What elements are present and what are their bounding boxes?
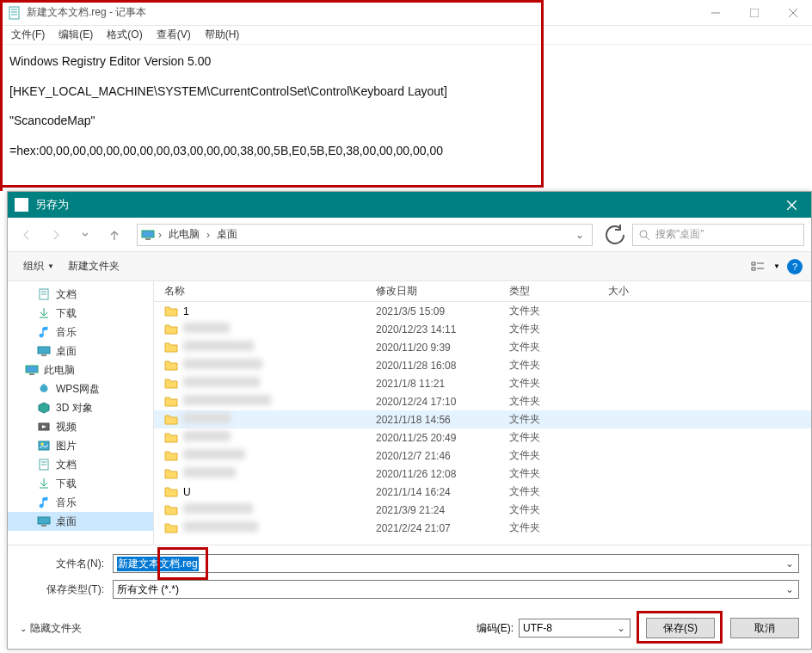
recent-button[interactable] (73, 224, 97, 246)
newfolder-button[interactable]: 新建文件夹 (61, 256, 126, 277)
notepad-content[interactable]: Windows Registry Editor Version 5.00 [HK… (3, 45, 812, 167)
dialog-icon (15, 198, 28, 212)
filetype-select[interactable]: 所有文件 (*.*) ⌄ (113, 580, 799, 599)
save-button[interactable]: 保存(S) (646, 618, 715, 638)
close-button[interactable] (773, 0, 812, 26)
table-row[interactable]: 2020/12/23 14:11文件夹 (154, 320, 811, 338)
file-list: 名称 修改日期 类型 大小 12021/3/5 15:09文件夹2020/12/… (154, 281, 811, 545)
chevron-down-icon: ⌄ (20, 624, 27, 633)
sidebar-item[interactable]: 文档 (8, 455, 153, 474)
menu-edit[interactable]: 编辑(E) (55, 26, 96, 44)
table-row[interactable]: 2021/1/18 14:56文件夹 (154, 410, 811, 428)
row-name (183, 341, 254, 354)
col-type[interactable]: 类型 (509, 284, 608, 299)
dialog-titlebar: 另存为 (8, 192, 811, 218)
row-date: 2021/1/14 16:24 (376, 486, 509, 498)
sidebar-item[interactable]: 图片 (8, 436, 153, 455)
chevron-down-icon[interactable]: ⌄ (614, 622, 628, 634)
encoding-select[interactable]: UTF-8 ⌄ (519, 619, 631, 638)
refresh-button[interactable] (603, 224, 627, 246)
table-row[interactable]: 2021/3/9 21:24文件夹 (154, 501, 811, 519)
content-line: Windows Registry Editor Version 5.00 (9, 50, 805, 73)
col-size[interactable]: 大小 (608, 284, 811, 299)
sidebar-item-label: 音乐 (56, 325, 77, 340)
minimize-button[interactable] (696, 0, 735, 26)
row-name (183, 323, 230, 336)
chevron-down-icon[interactable]: ⌄ (571, 229, 588, 241)
up-button[interactable] (102, 224, 126, 246)
col-date[interactable]: 修改日期 (376, 284, 509, 299)
chevron-down-icon[interactable]: ⌄ (783, 558, 797, 570)
table-row[interactable]: 2020/12/24 17:10文件夹 (154, 392, 811, 410)
svg-rect-15 (752, 262, 755, 265)
svg-line-14 (646, 237, 649, 240)
table-row[interactable]: 2020/11/20 9:39文件夹 (154, 338, 811, 356)
row-name (183, 413, 231, 426)
sidebar-item[interactable]: WPS网盘 (8, 379, 153, 398)
back-button[interactable] (15, 224, 39, 246)
hide-folders-toggle[interactable]: ⌄ 隐藏文件夹 (20, 621, 82, 636)
sidebar-item[interactable]: 3D 对象 (8, 398, 153, 417)
row-type: 文件夹 (509, 484, 608, 499)
breadcrumb-desktop[interactable]: 桌面 (213, 227, 241, 242)
sidebar-item[interactable]: 桌面 (8, 512, 153, 531)
search-input[interactable]: 搜索"桌面" (632, 224, 804, 246)
chevron-down-icon[interactable]: ⌄ (783, 583, 797, 595)
notepad-titlebar: 新建文本文档.reg - 记事本 (3, 0, 812, 26)
notepad-title: 新建文本文档.reg - 记事本 (27, 5, 146, 20)
table-row[interactable]: 2020/11/25 20:49文件夹 (154, 428, 811, 447)
sidebar-item-label: 下载 (56, 477, 77, 491)
table-row[interactable]: U2021/1/14 16:24文件夹 (154, 483, 811, 501)
breadcrumb[interactable]: › 此电脑 › 桌面 ⌄ (137, 224, 593, 246)
menu-format[interactable]: 格式(O) (103, 26, 145, 44)
filename-value: 新建文本文档.reg (117, 557, 199, 571)
row-date: 2020/11/25 20:49 (376, 432, 509, 444)
doc-icon (37, 458, 51, 471)
menu-help[interactable]: 帮助(H) (201, 26, 243, 44)
table-row[interactable]: 2021/2/24 21:07文件夹 (154, 519, 811, 537)
folder-icon (164, 378, 178, 390)
sidebar-item[interactable]: 下载 (8, 474, 153, 493)
maximize-button[interactable] (735, 0, 773, 26)
folder-icon (164, 414, 178, 426)
forward-button[interactable] (44, 224, 68, 246)
filename-input[interactable]: 新建文本文档.reg ⌄ (113, 554, 799, 573)
filename-label: 文件名(N): (20, 557, 113, 571)
table-row[interactable]: 12021/3/5 15:09文件夹 (154, 302, 811, 320)
3d-icon (37, 401, 51, 415)
row-name (183, 431, 231, 444)
row-date: 2021/1/8 11:21 (376, 378, 509, 390)
cancel-button[interactable]: 取消 (730, 618, 799, 638)
sidebar-item[interactable]: 下载 (8, 304, 153, 323)
sidebar-item[interactable]: 音乐 (8, 323, 153, 342)
row-name: U (183, 486, 191, 498)
content-line: "ScancodeMap" (9, 109, 805, 132)
table-row[interactable]: 2021/1/8 11:21文件夹 (154, 374, 811, 392)
table-row[interactable]: 2020/12/7 21:46文件夹 (154, 447, 811, 465)
row-date: 2020/11/26 12:08 (376, 468, 509, 480)
sidebar-item[interactable]: 音乐 (8, 493, 153, 512)
help-button[interactable]: ? (787, 259, 803, 274)
menu-file[interactable]: 文件(F) (8, 26, 48, 44)
sidebar-item[interactable]: 视频 (8, 417, 153, 436)
menu-view[interactable]: 查看(V) (153, 26, 194, 44)
dialog-close-button[interactable] (772, 192, 811, 218)
row-date: 2020/12/7 21:46 (376, 450, 509, 462)
sidebar-item[interactable]: 文档 (8, 285, 153, 304)
folder-icon (164, 342, 178, 354)
desktop-icon (37, 344, 51, 358)
sidebar-item[interactable]: 桌面 (8, 342, 153, 360)
desktop-icon (37, 514, 51, 528)
table-row[interactable]: 2020/11/28 16:08文件夹 (154, 356, 811, 374)
col-name[interactable]: 名称 (154, 284, 376, 299)
view-button[interactable]: ▼ (751, 261, 780, 273)
svg-rect-29 (29, 373, 34, 375)
filetype-label: 保存类型(T): (20, 582, 113, 597)
organize-button[interactable]: 组织▼ (16, 256, 61, 277)
table-row[interactable]: 2020/11/26 12:08文件夹 (154, 465, 811, 483)
sidebar-item[interactable]: 此电脑 (8, 360, 153, 379)
folder-icon (164, 486, 178, 498)
breadcrumb-pc[interactable]: 此电脑 (165, 227, 203, 242)
search-icon (638, 229, 650, 241)
row-type: 文件夹 (509, 322, 608, 336)
